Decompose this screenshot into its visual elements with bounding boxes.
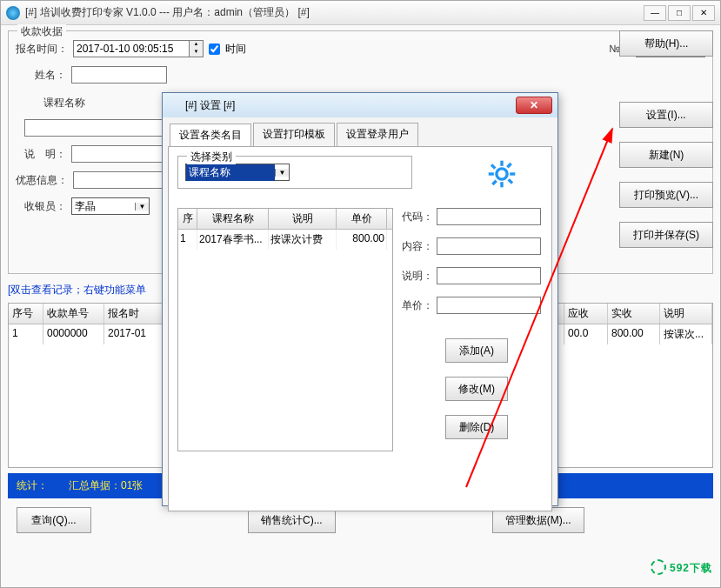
desc-input[interactable]: [71, 145, 167, 163]
content-input[interactable]: [437, 237, 541, 255]
category-select[interactable]: 课程名称 ▼: [185, 164, 290, 181]
svg-rect-4: [510, 172, 515, 175]
code-input[interactable]: [437, 208, 541, 225]
query-button[interactable]: 查询(Q)...: [17, 507, 91, 533]
svg-rect-3: [489, 172, 494, 175]
help-button[interactable]: 帮助(H)...: [619, 30, 713, 57]
modify-button[interactable]: 修改(M): [445, 377, 508, 401]
close-button[interactable]: ✕: [692, 5, 715, 21]
watermark-gear-icon: [651, 559, 666, 575]
svg-rect-6: [507, 178, 513, 184]
titlebar: [#] 培训收费打印专家 V1.0.0 --- 用户名：admin（管理员） […: [1, 1, 720, 25]
time-checkbox[interactable]: [209, 43, 220, 55]
cashier-select[interactable]: 李晶 ▼: [71, 197, 150, 215]
tab-print-template[interactable]: 设置打印模板: [253, 123, 335, 146]
spin-down-icon[interactable]: ▼: [189, 49, 203, 57]
window-buttons: — □ ✕: [644, 5, 715, 21]
watermark: 592下载: [651, 558, 712, 576]
gear-icon: [487, 159, 517, 189]
desc-input[interactable]: [437, 267, 541, 284]
course-label: 课程名称: [16, 96, 85, 110]
price-input[interactable]: [437, 297, 541, 314]
select-category-fieldset: 选择类别 课程名称 ▼: [177, 156, 412, 189]
svg-rect-7: [506, 163, 512, 169]
spin-up-icon[interactable]: ▲: [189, 41, 203, 49]
course-input[interactable]: [24, 119, 164, 137]
settings-dialog: [#] 设置 [#] ✕ 设置各类名目 设置打印模板 设置登录用户 选择类别 课…: [162, 92, 558, 506]
svg-point-0: [497, 169, 507, 179]
app-icon: [6, 6, 20, 20]
promo-label: 优惠信息：: [16, 173, 68, 188]
promo-input[interactable]: [73, 171, 169, 189]
window-title: [#] 培训收费打印专家 V1.0.0 --- 用户名：admin（管理员） […: [25, 5, 638, 20]
dialog-titlebar: [#] 设置 [#] ✕: [163, 93, 557, 117]
dialog-tabs: 设置各类名目 设置打印模板 设置登录用户: [163, 117, 557, 146]
add-button[interactable]: 添加(A): [445, 338, 508, 363]
category-grid[interactable]: 序 课程名称 说明 单价 1 2017春季书... 按课次计费 800.00: [177, 208, 393, 451]
svg-rect-1: [500, 161, 503, 166]
print-save-button[interactable]: 打印并保存(S): [619, 222, 713, 248]
svg-rect-5: [491, 164, 497, 170]
minimize-button[interactable]: —: [644, 5, 666, 21]
svg-rect-8: [491, 179, 497, 185]
new-button[interactable]: 新建(N): [619, 142, 713, 168]
settings-button[interactable]: 设置(I)...: [619, 102, 713, 128]
dialog-close-button[interactable]: ✕: [516, 97, 552, 114]
svg-rect-2: [500, 182, 503, 187]
reg-time-label: 报名时间：: [16, 42, 68, 57]
reg-time-input[interactable]: 2017-01-10 09:05:15 ▲▼: [73, 40, 204, 57]
cashier-label: 收银员：: [16, 199, 66, 214]
delete-button[interactable]: 删除(D): [445, 415, 508, 439]
tab-login-user[interactable]: 设置登录用户: [337, 123, 418, 146]
desc-label: 说 明：: [16, 147, 66, 162]
preview-button[interactable]: 打印预览(V)...: [619, 182, 713, 208]
maximize-button[interactable]: □: [668, 5, 691, 21]
chevron-down-icon: ▼: [275, 169, 289, 177]
chevron-down-icon: ▼: [135, 203, 149, 210]
table-row[interactable]: 1 2017春季书... 按课次计费 800.00: [178, 230, 392, 250]
dialog-icon: [168, 99, 180, 111]
name-input[interactable]: [71, 66, 167, 84]
tab-categories[interactable]: 设置各类名目: [170, 124, 251, 147]
name-label: 姓名：: [16, 68, 66, 83]
